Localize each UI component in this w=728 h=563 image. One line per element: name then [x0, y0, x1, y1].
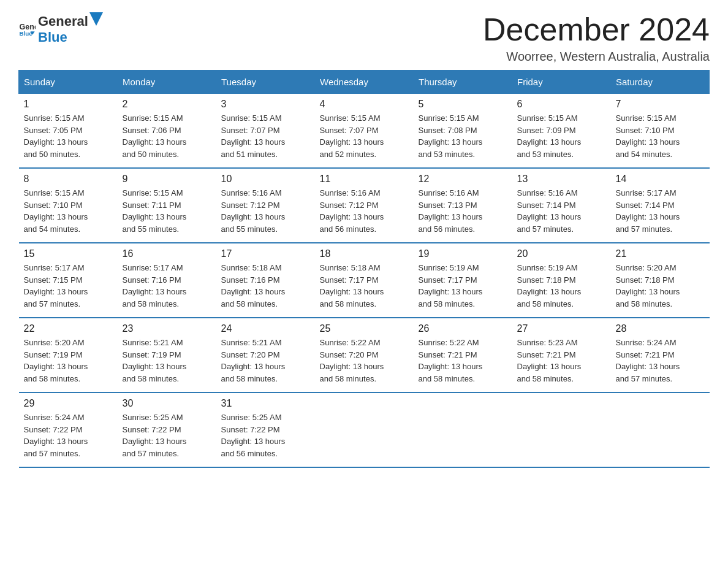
day-info: Sunrise: 5:18 AMSunset: 7:17 PMDaylight:…: [320, 262, 409, 310]
calendar-week-row: 8 Sunrise: 5:15 AMSunset: 7:10 PMDayligh…: [19, 168, 710, 243]
calendar-week-row: 22 Sunrise: 5:20 AMSunset: 7:19 PMDaylig…: [19, 318, 710, 393]
page-header: General Blue General Blue December 2024 …: [18, 12, 710, 64]
calendar-cell: 13 Sunrise: 5:16 AMSunset: 7:14 PMDaylig…: [512, 168, 611, 243]
calendar-cell: 22 Sunrise: 5:20 AMSunset: 7:19 PMDaylig…: [19, 318, 118, 393]
calendar-cell: 11 Sunrise: 5:16 AMSunset: 7:12 PMDaylig…: [315, 168, 414, 243]
calendar-week-row: 15 Sunrise: 5:17 AMSunset: 7:15 PMDaylig…: [19, 243, 710, 318]
calendar-cell: 5 Sunrise: 5:15 AMSunset: 7:08 PMDayligh…: [414, 94, 512, 169]
day-info: Sunrise: 5:25 AMSunset: 7:22 PMDaylight:…: [221, 412, 310, 459]
day-info: Sunrise: 5:17 AMSunset: 7:15 PMDaylight:…: [24, 262, 113, 310]
day-number: 2: [123, 99, 211, 110]
day-info: Sunrise: 5:15 AMSunset: 7:07 PMDaylight:…: [221, 112, 310, 160]
day-info: Sunrise: 5:19 AMSunset: 7:18 PMDaylight:…: [517, 262, 606, 310]
calendar-cell: 19 Sunrise: 5:19 AMSunset: 7:17 PMDaylig…: [414, 243, 512, 318]
calendar-cell: 31 Sunrise: 5:25 AMSunset: 7:22 PMDaylig…: [216, 393, 315, 467]
day-number: 29: [24, 398, 113, 409]
page-subtitle: Woorree, Western Australia, Australia: [483, 50, 710, 64]
day-number: 17: [221, 248, 310, 259]
svg-text:Blue: Blue: [19, 30, 32, 37]
calendar-week-row: 29 Sunrise: 5:24 AMSunset: 7:22 PMDaylig…: [19, 393, 710, 467]
day-number: 22: [24, 323, 113, 334]
day-number: 30: [123, 398, 211, 409]
day-number: 20: [517, 248, 606, 259]
calendar-cell: 7 Sunrise: 5:15 AMSunset: 7:10 PMDayligh…: [611, 94, 710, 169]
calendar-header-wednesday: Wednesday: [315, 71, 414, 94]
day-info: Sunrise: 5:16 AMSunset: 7:14 PMDaylight:…: [517, 187, 606, 235]
calendar-header-friday: Friday: [512, 71, 611, 94]
day-info: Sunrise: 5:16 AMSunset: 7:13 PMDaylight:…: [419, 187, 507, 235]
calendar-table: SundayMondayTuesdayWednesdayThursdayFrid…: [18, 70, 710, 468]
day-number: 26: [419, 323, 507, 334]
calendar-header-saturday: Saturday: [611, 71, 710, 94]
calendar-cell: 1 Sunrise: 5:15 AMSunset: 7:05 PMDayligh…: [19, 94, 118, 169]
day-number: 23: [123, 323, 211, 334]
calendar-header-row: SundayMondayTuesdayWednesdayThursdayFrid…: [19, 71, 710, 94]
calendar-cell: 17 Sunrise: 5:18 AMSunset: 7:16 PMDaylig…: [216, 243, 315, 318]
day-info: Sunrise: 5:22 AMSunset: 7:21 PMDaylight:…: [419, 337, 507, 385]
day-number: 18: [320, 248, 409, 259]
logo-general: General: [38, 13, 88, 29]
day-info: Sunrise: 5:15 AMSunset: 7:08 PMDaylight:…: [419, 112, 507, 160]
day-number: 4: [320, 99, 409, 110]
day-info: Sunrise: 5:15 AMSunset: 7:07 PMDaylight:…: [320, 112, 409, 160]
day-number: 25: [320, 323, 409, 334]
day-info: Sunrise: 5:17 AMSunset: 7:16 PMDaylight:…: [123, 262, 211, 310]
calendar-cell: [315, 393, 414, 467]
day-info: Sunrise: 5:21 AMSunset: 7:19 PMDaylight:…: [123, 337, 211, 385]
calendar-cell: 16 Sunrise: 5:17 AMSunset: 7:16 PMDaylig…: [118, 243, 216, 318]
title-area: December 2024 Woorree, Western Australia…: [483, 12, 710, 64]
day-number: 12: [419, 174, 507, 185]
day-info: Sunrise: 5:15 AMSunset: 7:06 PMDaylight:…: [123, 112, 211, 160]
day-number: 5: [419, 99, 507, 110]
day-info: Sunrise: 5:20 AMSunset: 7:19 PMDaylight:…: [24, 337, 113, 385]
day-number: 7: [616, 99, 705, 110]
day-number: 31: [221, 398, 310, 409]
day-number: 27: [517, 323, 606, 334]
calendar-cell: 9 Sunrise: 5:15 AMSunset: 7:11 PMDayligh…: [118, 168, 216, 243]
calendar-cell: 27 Sunrise: 5:23 AMSunset: 7:21 PMDaylig…: [512, 318, 611, 393]
day-number: 15: [24, 248, 113, 259]
calendar-cell: 21 Sunrise: 5:20 AMSunset: 7:18 PMDaylig…: [611, 243, 710, 318]
day-info: Sunrise: 5:15 AMSunset: 7:11 PMDaylight:…: [123, 187, 211, 235]
day-number: 3: [221, 99, 310, 110]
day-info: Sunrise: 5:24 AMSunset: 7:21 PMDaylight:…: [616, 337, 705, 385]
page-title: December 2024: [483, 12, 710, 47]
day-info: Sunrise: 5:18 AMSunset: 7:16 PMDaylight:…: [221, 262, 310, 310]
calendar-header-tuesday: Tuesday: [216, 71, 315, 94]
calendar-cell: 29 Sunrise: 5:24 AMSunset: 7:22 PMDaylig…: [19, 393, 118, 467]
day-number: 6: [517, 99, 606, 110]
day-number: 21: [616, 248, 705, 259]
calendar-cell: 18 Sunrise: 5:18 AMSunset: 7:17 PMDaylig…: [315, 243, 414, 318]
day-number: 19: [419, 248, 507, 259]
day-number: 16: [123, 248, 211, 259]
calendar-cell: 23 Sunrise: 5:21 AMSunset: 7:19 PMDaylig…: [118, 318, 216, 393]
calendar-cell: 20 Sunrise: 5:19 AMSunset: 7:18 PMDaylig…: [512, 243, 611, 318]
day-info: Sunrise: 5:17 AMSunset: 7:14 PMDaylight:…: [616, 187, 705, 235]
day-info: Sunrise: 5:19 AMSunset: 7:17 PMDaylight:…: [419, 262, 507, 310]
day-number: 24: [221, 323, 310, 334]
calendar-cell: [512, 393, 611, 467]
calendar-cell: 8 Sunrise: 5:15 AMSunset: 7:10 PMDayligh…: [19, 168, 118, 243]
day-info: Sunrise: 5:15 AMSunset: 7:05 PMDaylight:…: [24, 112, 113, 160]
calendar-cell: 4 Sunrise: 5:15 AMSunset: 7:07 PMDayligh…: [315, 94, 414, 169]
day-number: 14: [616, 174, 705, 185]
day-info: Sunrise: 5:15 AMSunset: 7:09 PMDaylight:…: [517, 112, 606, 160]
calendar-cell: 15 Sunrise: 5:17 AMSunset: 7:15 PMDaylig…: [19, 243, 118, 318]
day-number: 8: [24, 174, 113, 185]
day-info: Sunrise: 5:15 AMSunset: 7:10 PMDaylight:…: [616, 112, 705, 160]
calendar-cell: 30 Sunrise: 5:25 AMSunset: 7:22 PMDaylig…: [118, 393, 216, 467]
day-info: Sunrise: 5:15 AMSunset: 7:10 PMDaylight:…: [24, 187, 113, 235]
day-info: Sunrise: 5:20 AMSunset: 7:18 PMDaylight:…: [616, 262, 705, 310]
day-info: Sunrise: 5:25 AMSunset: 7:22 PMDaylight:…: [123, 412, 211, 459]
day-number: 13: [517, 174, 606, 185]
calendar-cell: 6 Sunrise: 5:15 AMSunset: 7:09 PMDayligh…: [512, 94, 611, 169]
calendar-cell: 14 Sunrise: 5:17 AMSunset: 7:14 PMDaylig…: [611, 168, 710, 243]
calendar-header-sunday: Sunday: [19, 71, 118, 94]
calendar-cell: 25 Sunrise: 5:22 AMSunset: 7:20 PMDaylig…: [315, 318, 414, 393]
calendar-cell: 28 Sunrise: 5:24 AMSunset: 7:21 PMDaylig…: [611, 318, 710, 393]
day-number: 11: [320, 174, 409, 185]
day-info: Sunrise: 5:16 AMSunset: 7:12 PMDaylight:…: [221, 187, 310, 235]
calendar-cell: 26 Sunrise: 5:22 AMSunset: 7:21 PMDaylig…: [414, 318, 512, 393]
calendar-cell: 24 Sunrise: 5:21 AMSunset: 7:20 PMDaylig…: [216, 318, 315, 393]
svg-marker-3: [89, 12, 103, 26]
